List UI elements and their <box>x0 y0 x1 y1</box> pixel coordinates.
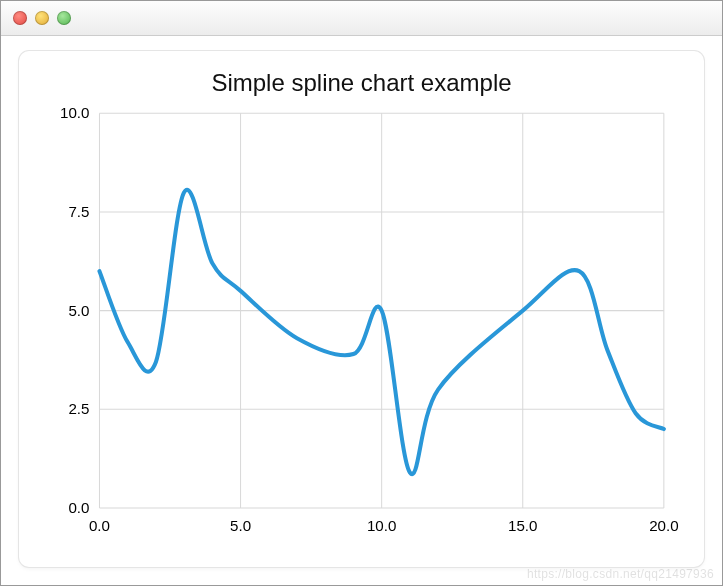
minimize-icon[interactable] <box>35 11 49 25</box>
titlebar <box>1 1 722 36</box>
close-icon[interactable] <box>13 11 27 25</box>
y-tick-label: 0.0 <box>68 499 89 516</box>
y-tick-label: 5.0 <box>68 302 89 319</box>
zoom-icon[interactable] <box>57 11 71 25</box>
plot-area: 0.02.55.07.510.0 0.05.010.015.020.0 <box>39 103 684 545</box>
app-window: Simple spline chart example 0.02.55.07.5… <box>0 0 723 586</box>
chart-title: Simple spline chart example <box>39 69 684 97</box>
y-tick-label: 2.5 <box>68 400 89 417</box>
spline-chart: 0.02.55.07.510.0 0.05.010.015.020.0 <box>39 103 684 545</box>
x-tick-label: 5.0 <box>230 516 251 533</box>
watermark-text: https://blog.csdn.net/qq21497936 <box>527 567 714 581</box>
x-tick-label: 20.0 <box>649 516 678 533</box>
x-tick-label: 10.0 <box>367 516 396 533</box>
y-tick-label: 7.5 <box>68 203 89 220</box>
chart-card: Simple spline chart example 0.02.55.07.5… <box>19 51 704 567</box>
x-tick-label: 15.0 <box>508 516 537 533</box>
x-tick-label: 0.0 <box>89 516 110 533</box>
y-tick-label: 10.0 <box>60 104 89 121</box>
